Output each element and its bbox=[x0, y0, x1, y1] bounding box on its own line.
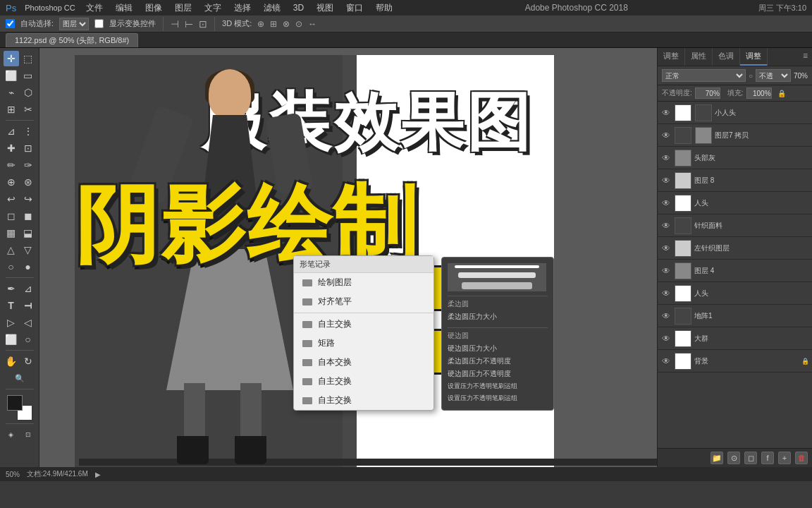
layer-item-9[interactable]: 👁 人头 bbox=[658, 282, 812, 305]
gradient-tool[interactable]: ▦ bbox=[4, 225, 19, 241]
tab-history[interactable]: 调整 bbox=[658, 48, 685, 66]
three-d-btn-1[interactable]: ⊕ bbox=[257, 19, 264, 29]
heal-tool[interactable]: ✚ bbox=[4, 140, 19, 156]
align-right-btn[interactable]: ⊡ bbox=[199, 18, 207, 30]
layer-eye-3[interactable]: 👁 bbox=[660, 152, 672, 164]
brush-tool[interactable]: ✏ bbox=[4, 157, 19, 173]
new-layer-btn[interactable]: + bbox=[778, 452, 791, 464]
ellipse-tool[interactable]: ○ bbox=[20, 332, 36, 347]
layer-item-6[interactable]: 👁 针织面料 bbox=[658, 214, 812, 237]
rotate-view-tool[interactable]: ↻ bbox=[20, 353, 36, 369]
freeform-pen-tool[interactable]: ⊿ bbox=[20, 281, 36, 296]
brush-menu-item-2[interactable]: 对齐笔平 bbox=[294, 292, 433, 311]
stamp-tool[interactable]: ⊕ bbox=[4, 174, 19, 190]
burn-tool[interactable]: ● bbox=[20, 259, 36, 274]
dodge-tool[interactable]: ○ bbox=[4, 259, 19, 274]
quick-mask-tool[interactable]: ◈ bbox=[4, 427, 19, 442]
lock-select[interactable]: 不透 bbox=[756, 69, 791, 82]
layer-item-8[interactable]: 👁 图层 4 bbox=[658, 260, 812, 282]
tab-colors[interactable]: 色调 bbox=[713, 48, 740, 66]
brush-menu-item-6[interactable]: 自主交换 bbox=[294, 372, 433, 391]
three-d-btn-2[interactable]: ⊞ bbox=[270, 19, 277, 29]
blur-tool[interactable]: △ bbox=[4, 242, 19, 258]
paint-bucket-tool[interactable]: ⬓ bbox=[20, 225, 36, 241]
shape-tool[interactable]: ⬜ bbox=[4, 332, 19, 347]
arrow-btn[interactable]: ▶ bbox=[95, 471, 101, 478]
lasso-tool[interactable]: ⌁ bbox=[4, 85, 19, 100]
marquee-tool[interactable]: ⬜ bbox=[4, 68, 19, 83]
opacity-input[interactable] bbox=[695, 87, 720, 99]
hand-tool[interactable]: ✋ bbox=[4, 353, 19, 369]
screen-mode-tool[interactable]: ⊡ bbox=[20, 427, 36, 442]
type-tool[interactable]: T bbox=[4, 298, 19, 313]
quick-select-tool[interactable]: ⬡ bbox=[20, 85, 36, 100]
layer-eye-11[interactable]: 👁 bbox=[660, 333, 672, 344]
history-brush-tool[interactable]: ↩ bbox=[4, 191, 19, 207]
pattern-stamp-tool[interactable]: ⊛ bbox=[20, 174, 36, 190]
single-row-tool[interactable]: ▭ bbox=[20, 68, 36, 83]
vertical-type-tool[interactable]: T bbox=[20, 298, 36, 313]
document-tab[interactable]: 1122.psd @ 50% (头部, RGB/8#) bbox=[6, 33, 138, 47]
eraser-tool[interactable]: ◻ bbox=[4, 208, 19, 224]
layer-item-2[interactable]: 👁 图层7 拷贝 bbox=[658, 124, 812, 147]
color-sample-tool[interactable]: ⋮ bbox=[20, 123, 36, 139]
pen-tool[interactable]: ✒ bbox=[4, 281, 19, 296]
path-select-tool[interactable]: ▷ bbox=[4, 315, 19, 330]
layer-eye-5[interactable]: 👁 bbox=[660, 198, 672, 209]
move-tool[interactable]: ✛ bbox=[4, 51, 19, 66]
brush-menu-item-4[interactable]: 矩路 bbox=[294, 334, 433, 353]
menu-item-image[interactable]: 图像 bbox=[143, 2, 164, 14]
layer-eye-2[interactable]: 👁 bbox=[660, 130, 672, 141]
layer-item-10[interactable]: 👁 地阵1 bbox=[658, 305, 812, 327]
menu-item-layer[interactable]: 图层 bbox=[173, 2, 194, 14]
layer-eye-10[interactable]: 👁 bbox=[660, 310, 672, 322]
brush-menu-item-7[interactable]: 自主交换 bbox=[294, 391, 433, 410]
layer-eye-6[interactable]: 👁 bbox=[660, 220, 672, 231]
add-style-btn[interactable]: f bbox=[761, 452, 774, 464]
new-group-btn[interactable]: 📁 bbox=[710, 452, 723, 464]
artboard-tool[interactable]: ⬚ bbox=[20, 51, 36, 66]
three-d-btn-4[interactable]: ⊙ bbox=[295, 19, 302, 29]
layer-item-1[interactable]: 👁 小人头 bbox=[658, 102, 812, 124]
direct-select-tool[interactable]: ◁ bbox=[20, 315, 36, 330]
layer-eye-9[interactable]: 👁 bbox=[660, 288, 672, 299]
eyedropper-tool[interactable]: ⊿ bbox=[4, 123, 19, 139]
layer-eye-7[interactable]: 👁 bbox=[660, 243, 672, 254]
layer-item-11[interactable]: 👁 大群 bbox=[658, 327, 812, 350]
magic-eraser-tool[interactable]: ◼ bbox=[20, 208, 36, 224]
transform-controls-checkbox[interactable] bbox=[94, 19, 104, 28]
zoom-tool[interactable]: 🔍 bbox=[12, 370, 27, 386]
pencil-tool[interactable]: ✑ bbox=[20, 157, 36, 173]
three-d-btn-5[interactable]: ↔ bbox=[308, 19, 316, 29]
layer-eye-1[interactable]: 👁 bbox=[660, 107, 672, 119]
brush-menu-item-5[interactable]: 自本交换 bbox=[294, 353, 433, 372]
tab-adjustments[interactable]: 调整 bbox=[740, 48, 768, 66]
new-adjustment-btn[interactable]: ⊙ bbox=[727, 452, 740, 464]
auto-select-checkbox[interactable] bbox=[6, 19, 15, 28]
layer-eye-8[interactable]: 👁 bbox=[660, 265, 672, 277]
menu-item-3d[interactable]: 3D bbox=[291, 3, 306, 13]
patch-tool[interactable]: ⊡ bbox=[20, 140, 36, 156]
layer-item-12[interactable]: 👁 背景 🔒 bbox=[658, 350, 812, 373]
foreground-color[interactable] bbox=[7, 395, 23, 411]
slice-tool[interactable]: ✂ bbox=[20, 102, 36, 117]
fill-input[interactable] bbox=[746, 87, 772, 99]
crop-tool[interactable]: ⊞ bbox=[4, 102, 19, 117]
layer-item-5[interactable]: 👁 人头 bbox=[658, 192, 812, 214]
tab-properties[interactable]: 属性 bbox=[685, 48, 713, 66]
layer-item-3[interactable]: 👁 头部灰 bbox=[658, 147, 812, 169]
menu-item-filter[interactable]: 滤镜 bbox=[262, 2, 283, 14]
auto-select-mode[interactable]: 图层 bbox=[59, 18, 89, 30]
add-mask-btn[interactable]: ◻ bbox=[744, 452, 757, 464]
blend-mode-select[interactable]: 正常 bbox=[662, 69, 746, 82]
menu-item-file[interactable]: 文件 bbox=[84, 2, 105, 14]
align-left-btn[interactable]: ⊣ bbox=[171, 18, 179, 30]
menu-item-select[interactable]: 选择 bbox=[232, 2, 253, 14]
brush-menu-item-1[interactable]: 绘制图层 bbox=[294, 273, 433, 292]
art-history-tool[interactable]: ↪ bbox=[20, 191, 36, 207]
menu-item-text[interactable]: 文字 bbox=[202, 2, 223, 14]
menu-item-window[interactable]: 窗口 bbox=[344, 2, 365, 14]
layer-item-7[interactable]: 👁 左针织图层 bbox=[658, 237, 812, 260]
layer-eye-4[interactable]: 👁 bbox=[660, 175, 672, 186]
menu-item-help[interactable]: 帮助 bbox=[374, 2, 395, 14]
